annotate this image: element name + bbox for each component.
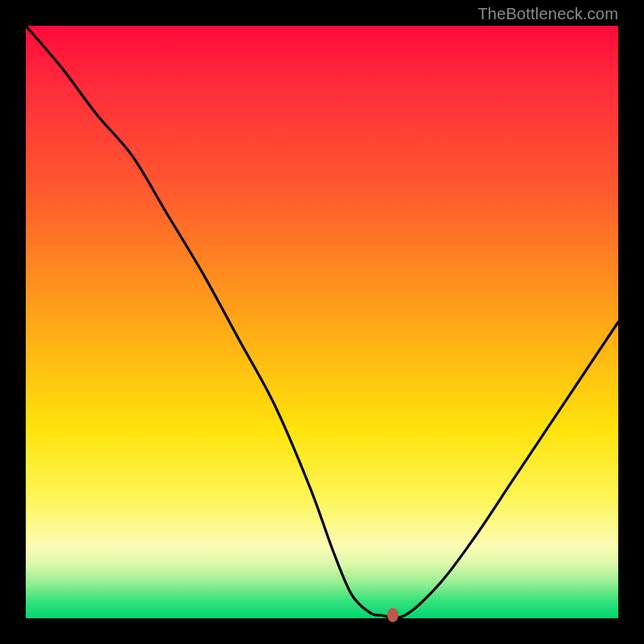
bottleneck-curve [26,26,618,618]
chart-frame: TheBottleneck.com [0,0,644,644]
plot-area [26,26,618,618]
curve-path [26,26,618,617]
attribution-text: TheBottleneck.com [477,5,618,23]
minimum-marker [387,608,398,622]
